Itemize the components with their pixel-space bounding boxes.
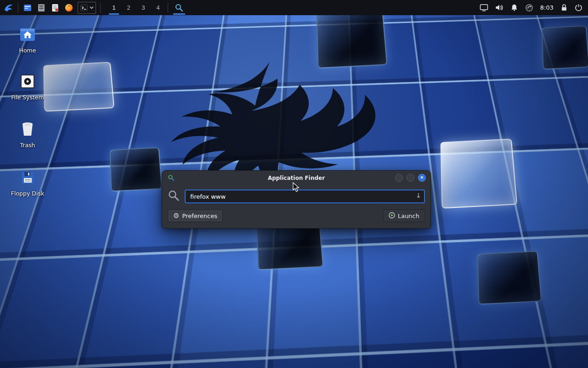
desktop-icon-file-system[interactable]: File System [0,74,55,101]
close-button[interactable]: ✕ [418,174,426,182]
workspace-switcher: 1 2 3 4 [107,0,165,15]
terminal-launcher-dropdown[interactable] [78,2,96,14]
panel-separator [18,3,18,13]
text-editor-icon [51,3,60,12]
desktop-icon-label: Floppy Disk [0,190,55,197]
kali-logo-icon [4,3,14,13]
firefox-launcher[interactable] [62,0,76,15]
workspace-1[interactable]: 1 [107,0,121,15]
desktop-icon-trash[interactable]: Trash [0,121,55,149]
file-manager-icon [23,3,32,12]
preferences-label: Preferences [182,213,217,219]
panel-separator [100,3,101,13]
maximize-button[interactable] [407,174,414,182]
system-tray: 8:03 [480,0,588,15]
notifications-bell-icon[interactable] [510,4,518,12]
volume-icon[interactable] [495,4,503,12]
desktop-icon-label: File System [0,94,55,101]
desktop-icon-label: Trash [0,142,55,149]
launch-button[interactable]: Launch [383,209,425,222]
finder-body: ↓ ⚙ Preferences Launch [162,185,430,228]
search-icon [168,190,180,203]
file-cabinet-icon [37,3,46,12]
application-finder-icon [168,174,175,183]
firefox-icon [64,3,74,12]
top-panel: 1 2 3 4 [0,0,588,15]
minimize-button[interactable] [395,174,403,182]
preferences-button[interactable]: ⚙ Preferences [168,209,223,222]
desktop-icon-floppy-disk[interactable]: Floppy Disk [0,170,55,197]
panel-left-group: 1 2 3 4 [0,0,188,15]
finder-buttons-row: ⚙ Preferences Launch [168,209,425,222]
logout-power-icon[interactable] [575,4,582,12]
workspace-4[interactable]: 4 [151,0,165,15]
application-finder-icon [175,3,184,12]
lock-icon[interactable] [560,4,568,12]
titlebar[interactable]: Application Finder ✕ [162,171,430,185]
chevron-down-icon [90,6,94,9]
window-controls: ✕ [395,174,426,182]
applications-menu-button[interactable] [2,0,16,15]
trash-bucket-icon [20,121,35,139]
floppy-disk-icon [20,170,35,187]
launch-icon [389,212,395,220]
desktop-icon-label: Home [0,47,55,54]
taskbar-item-application-finder[interactable] [170,0,188,15]
text-editor-launcher[interactable] [48,0,62,15]
display-icon[interactable] [480,4,488,12]
archive-manager-launcher[interactable] [34,0,48,15]
application-finder-window: Application Finder ✕ ↓ ⚙ [162,170,431,229]
workspace-3[interactable]: 3 [136,0,151,15]
home-folder-icon [19,27,36,44]
search-input-wrap: ↓ [185,190,425,203]
desktop-icon-home[interactable]: Home [0,27,55,54]
close-icon: ✕ [420,176,424,180]
search-input[interactable] [185,190,425,203]
clock[interactable]: 8:03 [540,4,554,11]
file-manager-launcher[interactable] [21,0,34,15]
workspace-2[interactable]: 2 [121,0,136,15]
panel-separator [168,3,168,13]
updater-icon[interactable] [525,4,533,12]
search-row: ↓ [168,190,425,203]
window-title: Application Finder [162,175,430,181]
launch-label: Launch [398,213,419,219]
terminal-icon [80,4,88,12]
gear-icon: ⚙ [173,213,179,219]
file-system-drive-icon [20,74,35,91]
